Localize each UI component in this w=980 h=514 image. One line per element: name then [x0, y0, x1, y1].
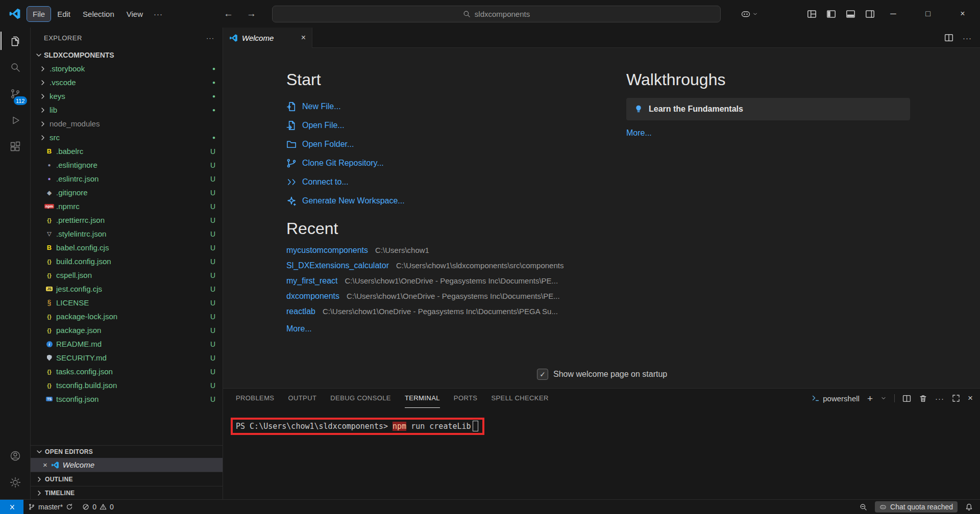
recent-item[interactable]: dxcomponents C:\Users\chow1\OneDrive - P… [286, 292, 582, 307]
tree-item[interactable]: LICENSE U [31, 296, 223, 310]
tree-item[interactable]: .eslintignore U [31, 158, 223, 172]
startup-checkbox-row[interactable]: ✓ Show welcome page on startup [537, 369, 667, 380]
menu-item[interactable]: Selection [77, 7, 120, 21]
timeline-header[interactable]: TIMELINE [31, 486, 223, 500]
tree-item[interactable]: README.md U [31, 337, 223, 351]
chevron-down-icon[interactable] [880, 395, 887, 401]
recent-item[interactable]: reactlab C:\Users\chow1\OneDrive - Pegas… [286, 307, 582, 322]
notifications-bell-icon[interactable] [965, 503, 973, 511]
tree-item[interactable]: cspell.json U [31, 268, 223, 282]
zoom-icon[interactable] [860, 503, 867, 511]
panel-tab[interactable]: PORTS [454, 389, 478, 408]
maximize-button[interactable]: □ [911, 0, 945, 28]
recent-item-name[interactable]: reactlab [286, 307, 315, 316]
menu-item[interactable]: Edit [52, 7, 76, 21]
close-editor-icon[interactable]: × [43, 460, 47, 469]
activity-run-debug-button[interactable] [3, 107, 28, 134]
split-terminal-icon[interactable] [902, 394, 911, 403]
start-item[interactable]: Generate New Workspace... [286, 191, 582, 210]
tree-item[interactable]: .babelrc U [31, 144, 223, 158]
tree-item[interactable]: SECURITY.md U [31, 351, 223, 365]
back-arrow-icon[interactable]: ← [224, 8, 233, 19]
toggle-secondary-sidebar-icon[interactable] [865, 9, 875, 19]
close-tab-icon[interactable]: × [301, 33, 306, 42]
minimize-button[interactable]: ─ [876, 0, 911, 28]
tree-item[interactable]: package-lock.json U [31, 310, 223, 323]
menu-overflow-button[interactable]: ··· [149, 7, 168, 21]
problems-status[interactable]: 0 0 [78, 500, 118, 514]
recent-more-link[interactable]: More... [286, 324, 312, 333]
recent-item[interactable]: Sl_DXExtensions_calculator C:\Users\chow… [286, 261, 582, 276]
tree-item[interactable]: .gitignore U [31, 186, 223, 199]
tree-item[interactable]: build.config.json U [31, 254, 223, 268]
toggle-panel-icon[interactable] [846, 9, 855, 19]
panel-tab[interactable]: DEBUG CONSOLE [330, 389, 391, 408]
split-editor-icon[interactable] [944, 33, 953, 42]
panel-more-actions-icon[interactable]: ··· [935, 394, 944, 403]
walkthroughs-more-link[interactable]: More... [626, 128, 652, 138]
menu-item[interactable]: File [27, 7, 51, 21]
panel-tab[interactable]: OUTPUT [288, 389, 316, 408]
checkbox-checked-icon[interactable]: ✓ [537, 369, 548, 380]
walkthrough-card[interactable]: Learn the Fundamentals [626, 98, 910, 120]
recent-item-name[interactable]: Sl_DXExtensions_calculator [286, 261, 389, 270]
editor-more-actions-icon[interactable]: ··· [963, 34, 972, 42]
tree-item[interactable]: .storybook [31, 62, 223, 75]
tree-item[interactable]: jest.config.cjs U [31, 282, 223, 296]
workspace-root-row[interactable]: SLDXCOMPONENTS [31, 48, 223, 62]
activity-extensions-button[interactable] [3, 134, 28, 160]
close-panel-icon[interactable]: × [968, 393, 973, 403]
start-item[interactable]: Open Folder... [286, 135, 582, 153]
customize-layout-icon[interactable] [807, 9, 817, 19]
activity-search-button[interactable] [3, 54, 28, 81]
explorer-more-actions-button[interactable]: ··· [206, 34, 214, 42]
tree-item[interactable]: keys [31, 89, 223, 103]
start-item[interactable]: Open File... [286, 116, 582, 135]
trash-icon[interactable] [919, 394, 927, 403]
git-branch-status[interactable]: master* [23, 500, 78, 514]
tree-item[interactable]: babel.config.cjs U [31, 241, 223, 254]
remote-indicator-button[interactable] [0, 500, 23, 514]
tree-item[interactable]: .prettierrc.json U [31, 213, 223, 227]
tree-item[interactable]: tasks.config.json U [31, 365, 223, 378]
open-editor-item[interactable]: × Welcome [31, 458, 223, 472]
activity-source-control-button[interactable]: 112 [3, 81, 28, 107]
start-item[interactable]: Connect to... [286, 172, 582, 191]
tree-item[interactable]: package.json U [31, 323, 223, 337]
toggle-primary-sidebar-icon[interactable] [826, 9, 836, 19]
start-item[interactable]: Clone Git Repository... [286, 153, 582, 172]
settings-button[interactable] [3, 469, 28, 496]
tree-item[interactable]: .eslintrc.json U [31, 172, 223, 186]
tree-item[interactable]: .vscode [31, 75, 223, 89]
tree-item[interactable]: node_modules [31, 117, 223, 131]
command-center-search[interactable]: sldxcomponents [272, 6, 721, 22]
copilot-menu[interactable] [741, 9, 758, 19]
maximize-panel-icon[interactable] [952, 394, 960, 402]
tree-item[interactable]: tsconfig.json U [31, 392, 223, 406]
shell-selector[interactable]: powershell [812, 394, 860, 403]
panel-tab[interactable]: TERMINAL [405, 389, 440, 408]
recent-item-name[interactable]: my_first_react [286, 276, 337, 286]
recent-item[interactable]: my_first_react C:\Users\chow1\OneDrive -… [286, 276, 582, 292]
outline-header[interactable]: OUTLINE [31, 472, 223, 486]
tree-item[interactable]: lib [31, 103, 223, 117]
chat-quota-status[interactable]: Chat quota reached [875, 501, 958, 512]
recent-item-name[interactable]: mycustomcomponents [286, 246, 368, 255]
account-button[interactable] [3, 443, 28, 469]
panel-tab[interactable]: SPELL CHECKER [491, 389, 548, 408]
forward-arrow-icon[interactable]: → [247, 8, 256, 19]
tree-item[interactable]: src [31, 131, 223, 144]
terminal-view[interactable]: PS C:\Users\chow1\sldxcomponents> npm ru… [223, 408, 980, 500]
close-window-button[interactable]: × [945, 0, 980, 28]
activity-explorer-button[interactable] [3, 28, 28, 54]
panel-tab[interactable]: PROBLEMS [236, 389, 274, 408]
recent-item[interactable]: mycustomcomponents C:\Users\chow1 [286, 246, 582, 261]
recent-item-name[interactable]: dxcomponents [286, 292, 339, 301]
tree-item[interactable]: .npmrc U [31, 199, 223, 213]
menu-item[interactable]: View [121, 7, 149, 21]
tree-item[interactable]: tsconfig.build.json U [31, 378, 223, 392]
tree-item[interactable]: .stylelintrc.json U [31, 227, 223, 241]
open-editors-header[interactable]: OPEN EDITORS [31, 446, 223, 458]
tab-welcome[interactable]: Welcome × [223, 28, 312, 48]
start-item[interactable]: New File... [286, 97, 582, 116]
